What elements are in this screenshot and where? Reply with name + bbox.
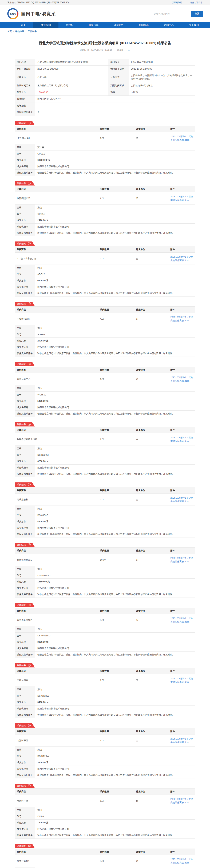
nav-item-bidding-purchase[interactable]: 竞价采购 <box>33 22 58 28</box>
row-label-price: 成交总价 <box>15 699 35 706</box>
search-input[interactable] <box>152 10 191 17</box>
attachment-link[interactable]: 20251009附件1：货物类响应偏离表.docx <box>170 858 193 864</box>
brand-value: 艾比森 <box>35 144 195 151</box>
nav-item-tender[interactable]: 招投标 <box>58 22 81 28</box>
warranty-value: 验收合格之日起3年提供原厂质保。质保期内，非人为因素产品出现质量问题，由乙方进行… <box>35 350 195 357</box>
info-label: 项目名称 <box>15 59 35 66</box>
product-qty: 1.00 <box>98 373 134 385</box>
nav-item-about[interactable]: 关于我们 <box>181 22 206 28</box>
row-label-model: 型号 <box>15 271 35 277</box>
result-block: 采购结果 13 采购商品 采购数量 计量单位 附件 台式计算机1 2.00 台 … <box>15 839 195 868</box>
col-header-attachment: 附件 <box>168 487 195 494</box>
col-header-unit: 计量单位 <box>134 668 168 674</box>
attachment-link[interactable]: 20251009附件1：货物类响应偏离表.docx <box>170 255 193 261</box>
attachment-link[interactable]: 20251009附件1：货物类响应偏离表.docx <box>170 738 193 744</box>
info-label: 到货时间要求 <box>108 82 129 89</box>
row-label-brand: 品牌 <box>15 325 35 332</box>
product-unit: 套 <box>134 132 168 144</box>
bid-start-time: 2025-10-12 14:54:59 <box>35 65 108 72</box>
result-product-table: 采购商品 采购数量 计量单位 附件 同轴吸顶音箱 4.00 只 20251009… <box>15 306 195 325</box>
attachment-link[interactable]: 20251009附件1：货物类响应偏离表.docx <box>170 677 193 683</box>
result-detail-table: 品牌 湖山 型号 DS-W622SD 成交总价 15500.00 元 成交供应商… <box>15 566 195 598</box>
supplier-register-link[interactable]: 供应商注册 <box>172 1 182 4</box>
model-value: DS-UT20W <box>35 693 195 699</box>
deal-price: 3400.00 元 <box>35 699 195 706</box>
result-badge-label: 采购结果 <box>17 784 26 787</box>
attachment-link[interactable]: 20251009附件1：货物类响应偏离表.docx <box>170 376 193 382</box>
attachment-link[interactable]: 20251009附件1：货物类响应偏离表.docx <box>170 195 193 202</box>
result-badge-label: 采购结果 <box>17 182 26 185</box>
row-label-warranty: 质保及售后服务 <box>15 591 35 598</box>
model-value: DX4.0 <box>35 813 195 819</box>
col-header-product: 采购商品 <box>15 246 98 253</box>
col-header-qty: 采购数量 <box>98 608 134 614</box>
result-product-table: 采购商品 采购数量 计量单位 附件 智慧语音终端2 2.00 只 2025100… <box>15 608 195 626</box>
breadcrumb-home[interactable]: 首页 <box>7 30 12 33</box>
nav-item-news[interactable]: 新闻资讯 <box>131 22 156 28</box>
attachment-link[interactable]: 20251009附件1：货物类响应偏离表.docx <box>170 496 193 503</box>
supplier-value: 陕西韶华云顶数字技术有限公司 <box>35 705 195 712</box>
nav-item-home[interactable]: 首页 <box>13 22 33 28</box>
search-button[interactable]: 搜索 <box>191 10 203 17</box>
product-unit: 台 <box>134 494 168 506</box>
attachment-link[interactable]: 20251009附件1：货物类响应偏离表.docx <box>170 436 193 442</box>
nav-item-integrity[interactable]: 诚信公告 <box>106 22 131 28</box>
product-name: 无线传声器 <box>15 674 98 686</box>
brand-logo-text: 易竞采 <box>8 9 17 18</box>
result-badge-label: 采购结果 <box>17 303 26 305</box>
product-unit: 只 <box>134 614 168 626</box>
model-value: DS-630AP <box>35 512 195 518</box>
row-label-model: 型号 <box>15 753 35 759</box>
table-row: 智慧语音终端2 2.00 只 20251009附件1：货物类响应偏离表.docx <box>15 614 195 626</box>
nav-item-policies[interactable]: 政策法规 <box>81 22 106 28</box>
result-badge-number: 11 <box>28 724 31 727</box>
deal-price: 3400.00 元 <box>35 759 195 766</box>
attachment-link[interactable]: 20251009附件1：货物类响应偏离表.docx <box>170 617 193 623</box>
info-label: 币种 <box>108 89 129 96</box>
row-label-warranty: 质保及售后服务 <box>15 169 35 176</box>
col-header-attachment: 附件 <box>168 608 195 614</box>
page-title: 西北大学区域国别学院学术交流研讨室设备采购项目 (XDJJ-HW-2025100… <box>20 40 190 45</box>
attachment-link[interactable]: 20251009附件1：货物类响应偏离表.docx <box>170 798 193 804</box>
table-row: 电源时序器 1.00 台 20251009附件1：货物类响应偏离表.docx <box>15 735 195 747</box>
views-label: 阅读量： <box>116 49 126 52</box>
result-detail-table: 品牌 湖山 型号 DS-UT20W 成交总价 3400.00 元 成交供应商 陕… <box>15 686 195 718</box>
product-name: IOT数字功率放大器 <box>15 253 98 265</box>
project-code: XDJJ-HW-202510001 <box>129 59 195 66</box>
supplier-qualification: 无 <box>35 109 195 116</box>
col-header-product: 采购商品 <box>15 848 98 855</box>
brand-value: 湖山 <box>35 686 195 693</box>
product-qty: 2.00 <box>98 855 134 867</box>
result-badge: 采购结果 2 <box>15 181 35 186</box>
breadcrumb-results[interactable]: 采购结果 <box>15 30 24 33</box>
col-header-attachment: 附件 <box>168 427 195 433</box>
login-link[interactable]: 您好，请登录 <box>190 1 203 4</box>
attachment-link[interactable]: 20251009附件1：货物类响应偏离表.docx <box>170 557 193 563</box>
nav-item-help[interactable]: 帮助中心 <box>156 22 181 28</box>
row-label-price: 成交总价 <box>15 518 35 525</box>
row-label-brand: 品牌 <box>15 747 35 753</box>
currency: 人民币 <box>129 89 195 96</box>
attachment-link[interactable]: 20251009附件1：货物类响应偏离表.docx <box>170 316 193 322</box>
product-name: 电源时序器 <box>15 735 98 747</box>
supplier-value: 陕西韶华云顶数字技术有限公司 <box>35 284 195 290</box>
product-name: 智慧运算中心 <box>15 373 98 385</box>
col-header-unit: 计量单位 <box>134 728 168 735</box>
info-label: 预算总价 <box>15 89 35 96</box>
row-label-price: 成交总价 <box>15 639 35 645</box>
row-label-supplier: 成交供应商 <box>15 826 35 832</box>
product-unit: 只 <box>134 192 168 205</box>
result-product-table: 采购商品 采购数量 计量单位 附件 智慧运算中心 1.00 台 20251009… <box>15 367 195 385</box>
sign-requirement: 发布竞价结果后1天内签订合同 <box>35 82 108 89</box>
result-badge: 采购结果 1 <box>15 121 35 125</box>
row-label-supplier: 成交供应商 <box>15 585 35 591</box>
attachment-link[interactable]: 20251009附件1：货物类响应偏离表.docx <box>170 135 193 141</box>
product-name: 台式计算机1 <box>15 855 98 867</box>
result-block: 采购结果 1 采购商品 采购数量 计量单位 附件 LED 显示屏1 1.00 套… <box>15 116 195 176</box>
announcement-card: 西北大学区域国别学院学术交流研讨室设备采购项目 (XDJJ-HW-2025100… <box>11 35 199 868</box>
brand-value: HP <box>35 867 195 868</box>
result-badge: 采购结果 11 <box>15 723 35 728</box>
supplier-value: 陕西韶华云顶数字技术有限公司 <box>35 826 195 832</box>
col-header-qty: 采购数量 <box>98 126 134 132</box>
warranty-value: 验收合格之日起3年提供原厂质保。质保期内，非人为因素产品出现质量问题，由乙方进行… <box>35 531 195 537</box>
